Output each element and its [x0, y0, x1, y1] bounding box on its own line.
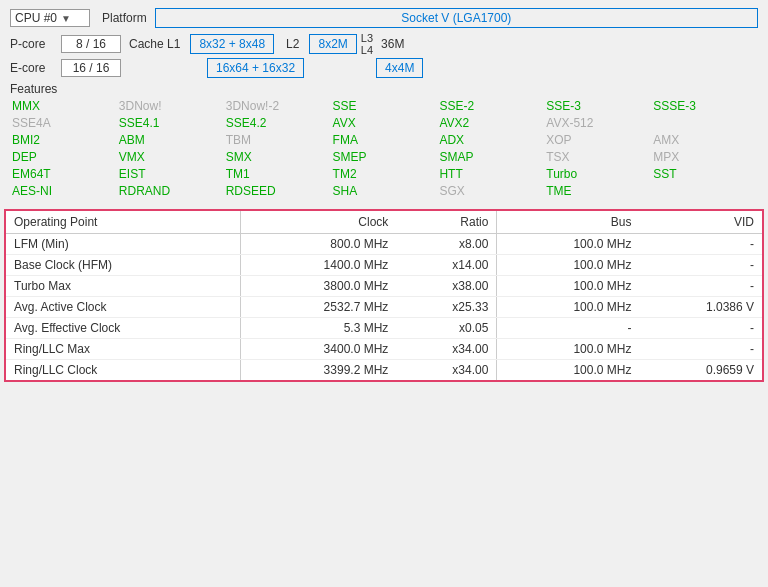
feature-item: SSE4.1	[117, 115, 224, 131]
features-title: Features	[10, 82, 758, 96]
feature-item: FMA	[331, 132, 438, 148]
cell-label: Avg. Active Clock	[6, 297, 241, 318]
cell-bus: 100.0 MHz	[497, 360, 640, 381]
cell-vid: 1.0386 V	[639, 297, 762, 318]
l3l4-label: L3 L4	[361, 32, 373, 56]
cell-ratio: x8.00	[396, 234, 497, 255]
ecore-value: 16 / 16	[61, 59, 121, 77]
cell-bus: -	[497, 318, 640, 339]
cache-l1b-value: 16x64 + 16x32	[207, 58, 304, 78]
feature-item: BMI2	[10, 132, 117, 148]
l3-value: 36M	[377, 35, 408, 53]
l2-value: 8x2M	[309, 34, 356, 54]
feature-item: SMEP	[331, 149, 438, 165]
pcore-value: 8 / 16	[61, 35, 121, 53]
cell-vid: 0.9659 V	[639, 360, 762, 381]
cell-label: Base Clock (HFM)	[6, 255, 241, 276]
cache-l1-section: Cache L1 8x32 + 8x48	[129, 32, 274, 56]
feature-item: SGX	[437, 183, 544, 199]
cell-bus: 100.0 MHz	[497, 339, 640, 360]
cell-label: Avg. Effective Clock	[6, 318, 241, 339]
table-row: Base Clock (HFM) 1400.0 MHz x14.00 100.0…	[6, 255, 762, 276]
platform-label: Platform	[102, 11, 147, 25]
l2-label: L2	[282, 35, 303, 53]
cell-clock: 3400.0 MHz	[241, 339, 396, 360]
feature-item: SHA	[331, 183, 438, 199]
cell-ratio: x34.00	[396, 360, 497, 381]
col-header-vid: VID	[639, 211, 762, 234]
feature-item: AMX	[651, 132, 758, 148]
pcore-label: P-core	[10, 37, 55, 51]
socket-box: Socket V (LGA1700)	[155, 8, 758, 28]
header-row: CPU #0 ▼ Platform Socket V (LGA1700)	[10, 8, 758, 28]
operating-point-table: Operating Point Clock Ratio Bus VID LFM …	[6, 211, 762, 380]
feature-item: SMAP	[437, 149, 544, 165]
feature-item: SSE4A	[10, 115, 117, 131]
cell-vid: -	[639, 318, 762, 339]
cell-clock: 2532.7 MHz	[241, 297, 396, 318]
cell-clock: 800.0 MHz	[241, 234, 396, 255]
socket-label: Socket V (LGA1700)	[401, 11, 511, 25]
feature-item: ABM	[117, 132, 224, 148]
feature-item: AVX-512	[544, 115, 651, 131]
cell-bus: 100.0 MHz	[497, 234, 640, 255]
table-header: Operating Point Clock Ratio Bus VID	[6, 211, 762, 234]
feature-item: SSE4.2	[224, 115, 331, 131]
col-header-operating-point: Operating Point	[6, 211, 241, 234]
cell-clock: 1400.0 MHz	[241, 255, 396, 276]
cell-label: Ring/LLC Max	[6, 339, 241, 360]
cell-label: LFM (Min)	[6, 234, 241, 255]
feature-item: MPX	[651, 149, 758, 165]
feature-item: TSX	[544, 149, 651, 165]
cell-bus: 100.0 MHz	[497, 255, 640, 276]
feature-item: SSE-2	[437, 98, 544, 114]
feature-item: SSSE-3	[651, 98, 758, 114]
ecore-label: E-core	[10, 61, 55, 75]
pcore-section: P-core 8 / 16	[10, 32, 121, 56]
cache-l1-label: Cache L1	[129, 37, 180, 51]
table-header-row: Operating Point Clock Ratio Bus VID	[6, 211, 762, 234]
ecore-section: E-core 16 / 16	[10, 59, 121, 77]
col-header-clock: Clock	[241, 211, 396, 234]
cell-ratio: x0.05	[396, 318, 497, 339]
feature-item: AES-NI	[10, 183, 117, 199]
cpu-selector[interactable]: CPU #0 ▼	[10, 9, 90, 27]
feature-item: SMX	[224, 149, 331, 165]
feature-item: EM64T	[10, 166, 117, 182]
feature-item: RDSEED	[224, 183, 331, 199]
features-grid: MMX3DNow!3DNow!-2SSESSE-2SSE-3SSSE-3SSE4…	[10, 98, 758, 199]
cell-vid: -	[639, 255, 762, 276]
cache-l1-value: 8x32 + 8x48	[190, 34, 274, 54]
pcore-cache-row: P-core 8 / 16 Cache L1 8x32 + 8x48 L2 8x…	[10, 32, 758, 56]
feature-item: TBM	[224, 132, 331, 148]
cell-vid: -	[639, 339, 762, 360]
feature-item: TM1	[224, 166, 331, 182]
cell-ratio: x34.00	[396, 339, 497, 360]
cell-vid: -	[639, 234, 762, 255]
l2b-value: 4x4M	[376, 58, 423, 78]
l3-section: 36M	[377, 32, 408, 56]
feature-item: SST	[651, 166, 758, 182]
feature-item: DEP	[10, 149, 117, 165]
feature-item: VMX	[117, 149, 224, 165]
cpu-label: CPU #0	[15, 11, 57, 25]
table-row: Turbo Max 3800.0 MHz x38.00 100.0 MHz -	[6, 276, 762, 297]
cell-bus: 100.0 MHz	[497, 297, 640, 318]
table-body: LFM (Min) 800.0 MHz x8.00 100.0 MHz - Ba…	[6, 234, 762, 381]
feature-item: Turbo	[544, 166, 651, 182]
feature-item	[651, 183, 758, 199]
feature-item: 3DNow!-2	[224, 98, 331, 114]
cell-clock: 3800.0 MHz	[241, 276, 396, 297]
table-row: LFM (Min) 800.0 MHz x8.00 100.0 MHz -	[6, 234, 762, 255]
col-header-ratio: Ratio	[396, 211, 497, 234]
feature-item: TM2	[331, 166, 438, 182]
feature-item: SSE-3	[544, 98, 651, 114]
feature-item: AVX2	[437, 115, 544, 131]
cell-vid: -	[639, 276, 762, 297]
features-section: Features MMX3DNow!3DNow!-2SSESSE-2SSE-3S…	[10, 82, 758, 199]
feature-item: SSE	[331, 98, 438, 114]
feature-item: HTT	[437, 166, 544, 182]
feature-item: ADX	[437, 132, 544, 148]
operating-point-section: Operating Point Clock Ratio Bus VID LFM …	[4, 209, 764, 382]
cell-label: Turbo Max	[6, 276, 241, 297]
